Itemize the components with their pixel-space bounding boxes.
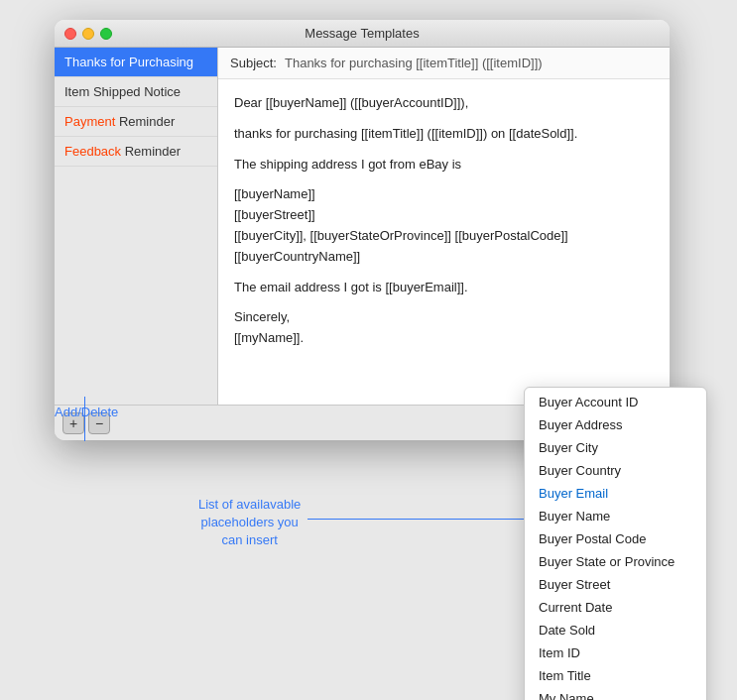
close-button[interactable]	[64, 28, 76, 40]
main-content: Subject: Thanks for purchasing [[itemTit…	[218, 48, 670, 405]
body-line5: The email address I got is [[buyerEmail]…	[234, 278, 654, 298]
dropdown-item-buyer-postal-code[interactable]: Buyer Postal Code	[525, 527, 706, 550]
dropdown-item-item-title[interactable]: Item Title	[525, 664, 706, 687]
subject-value: Thanks for purchasing [[itemTitle]] ([[i…	[285, 56, 543, 70]
dropdown-item-current-date[interactable]: Current Date	[525, 596, 706, 619]
sidebar-item-thanks[interactable]: Thanks for Purchasing	[55, 48, 217, 77]
minimize-button[interactable]	[82, 28, 94, 40]
list-annotation-line	[307, 519, 560, 520]
add-delete-annotation: Add/Delete	[55, 405, 118, 419]
sidebar-item-feedback[interactable]: Feedback Reminder	[55, 137, 217, 167]
payment-highlight: Payment	[64, 114, 115, 129]
dropdown-item-buyer-street[interactable]: Buyer Street	[525, 573, 706, 596]
window-body: Thanks for Purchasing Item Shipped Notic…	[55, 48, 670, 405]
sidebar-item-payment[interactable]: Payment Reminder	[55, 107, 217, 137]
sidebar-item-shipped[interactable]: Item Shipped Notice	[55, 77, 217, 107]
body-line1: Dear [[buyerName]] ([[buyerAccountID]]),	[234, 93, 654, 114]
dropdown-item-item-id[interactable]: Item ID	[525, 642, 706, 664]
dropdown-item-buyer-state-province[interactable]: Buyer State or Province	[525, 550, 706, 573]
dropdown-item-my-name[interactable]: My Name	[525, 687, 706, 700]
subject-label: Subject:	[230, 56, 277, 70]
body-line3: The shipping address I got from eBay is	[234, 155, 654, 175]
dropdown-item-buyer-account-id[interactable]: Buyer Account ID	[525, 391, 706, 413]
body-text-area[interactable]: Dear [[buyerName]] ([[buyerAccountID]]),…	[218, 79, 670, 405]
dropdown-item-buyer-city[interactable]: Buyer City	[525, 436, 706, 459]
sidebar: Thanks for Purchasing Item Shipped Notic…	[55, 48, 218, 405]
body-line2: thanks for purchasing [[itemTitle]] ([[i…	[234, 124, 654, 145]
subject-bar: Subject: Thanks for purchasing [[itemTit…	[218, 48, 670, 79]
dropdown-item-buyer-name[interactable]: Buyer Name	[525, 505, 706, 527]
body-address: [[buyerName]] [[buyerStreet]] [[buyerCit…	[234, 184, 654, 267]
window-title: Message Templates	[305, 26, 419, 41]
body-closing: Sincerely, [[myName]].	[234, 307, 654, 349]
list-annotation: List of availavable placeholders you can…	[198, 496, 301, 550]
app-window: Message Templates Thanks for Purchasing …	[55, 20, 670, 440]
feedback-highlight: Feedback	[64, 144, 121, 159]
dropdown-item-buyer-email[interactable]: Buyer Email	[525, 482, 706, 505]
dropdown-item-date-sold[interactable]: Date Sold	[525, 619, 706, 642]
dropdown-item-buyer-country[interactable]: Buyer Country	[525, 459, 706, 482]
traffic-lights	[64, 28, 112, 40]
dropdown-item-buyer-address[interactable]: Buyer Address	[525, 413, 706, 436]
placeholder-dropdown[interactable]: Buyer Account ID Buyer Address Buyer Cit…	[524, 387, 707, 700]
titlebar: Message Templates	[55, 20, 670, 48]
maximize-button[interactable]	[100, 28, 112, 40]
